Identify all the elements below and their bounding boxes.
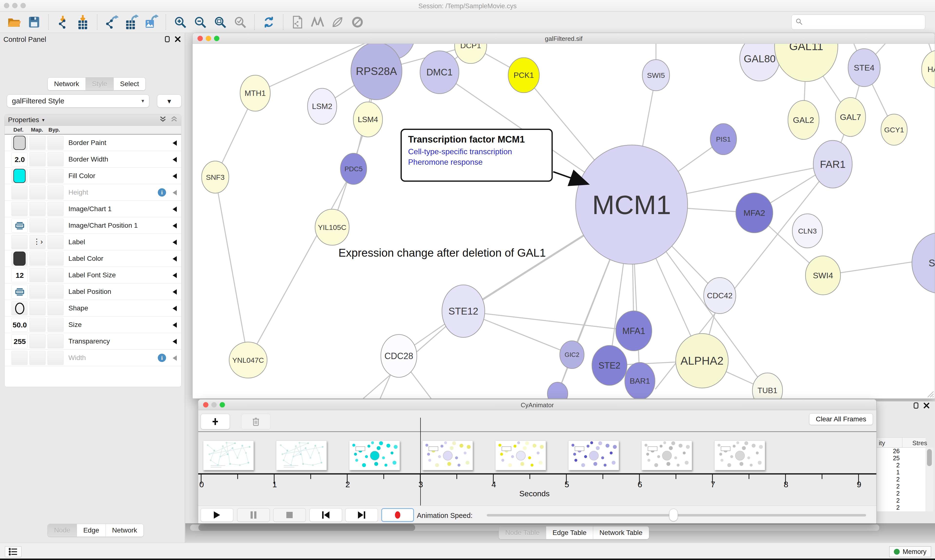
color-swatch[interactable] [13,169,26,183]
annotation-link-1[interactable]: Cell-type-specific transcription [408,147,545,156]
timeline-frame-3[interactable] [422,440,473,470]
binoculars-icon[interactable] [311,15,324,29]
bypass-cell[interactable] [48,136,63,150]
skip-end-button[interactable] [345,508,378,522]
speed-slider-knob[interactable] [669,509,678,521]
default-cell[interactable] [11,169,28,183]
network-node-pck1[interactable]: PCK1 [508,58,539,93]
export-network-icon[interactable] [105,15,118,29]
position-icon[interactable] [15,288,25,297]
timeline-frame-2[interactable] [349,440,400,470]
close-panel-icon[interactable] [923,402,930,409]
network-edge[interactable] [215,177,248,360]
network-node-pdc5[interactable]: PDC5 [340,153,367,185]
mapping-cell[interactable] [29,334,46,348]
timeline-frame-4[interactable] [495,440,546,470]
mapping-cell[interactable] [29,268,46,282]
mapping-cell[interactable] [29,169,46,183]
network-edge[interactable] [248,169,353,360]
tab-select[interactable]: Select [114,78,145,90]
network-node-dcp1[interactable]: DCP1 [455,44,487,63]
mapping-cell[interactable] [29,285,46,299]
tab-edge[interactable]: Edge [77,524,106,537]
network-node-dmc1[interactable]: DMC1 [420,51,459,94]
record-button[interactable] [381,508,414,522]
expand-arrow-icon[interactable] [173,256,177,262]
property-row-border-width[interactable]: 2.0Border Width [5,151,181,168]
property-row-label-color[interactable]: Label Color [5,250,181,267]
clear-all-frames-button[interactable]: Clear All Frames [809,413,873,425]
collapse-all-icon[interactable] [170,115,178,125]
network-node-slt2[interactable]: SLT2 [912,232,935,293]
mapping-cell[interactable] [29,301,46,315]
default-cell[interactable]: 12 [11,268,28,282]
memory-button[interactable]: Memory [889,546,931,557]
network-node-bar1[interactable]: BAR1 [625,363,655,399]
default-cell[interactable] [11,185,28,200]
network-node-alpha2[interactable]: ALPHA2 [676,334,728,388]
expand-arrow-icon[interactable] [173,322,177,328]
play-button[interactable] [201,508,233,522]
property-row-label-position[interactable]: Label Position [5,283,181,300]
network-node-ste4[interactable]: STE4 [848,49,880,86]
tab-network[interactable]: Network [106,524,143,537]
expand-arrow-icon[interactable] [173,355,177,361]
mapping-cell[interactable] [29,136,46,150]
table-vertical-scrollbar[interactable] [926,448,933,511]
zoom-selected-icon[interactable] [233,15,247,29]
network-node-mcm1[interactable]: MCM1 [576,145,688,264]
default-cell[interactable] [11,235,28,249]
zoom-fit-icon[interactable] [213,15,227,29]
table-row[interactable]: 2 [877,490,926,497]
import-network-icon[interactable] [56,15,69,29]
info-icon[interactable]: i [158,188,166,197]
table-row[interactable]: 2 [877,483,926,490]
resize-grip[interactable] [925,389,934,398]
add-frame-button[interactable] [201,414,230,429]
bypass-cell[interactable] [48,218,63,232]
tab-network-table[interactable]: Network Table [593,526,649,539]
cyanimator-titlebar[interactable]: CyAnimator [198,400,876,410]
network-node-snf3[interactable]: SNF3 [202,161,229,193]
bypass-cell[interactable] [48,152,63,166]
property-row-label[interactable]: ⋮›Label [5,234,181,250]
default-cell[interactable] [11,218,28,232]
expand-arrow-icon[interactable] [173,223,177,228]
network-node-ynl047c[interactable]: YNL047C [229,342,267,378]
timeline[interactable]: 0123456789 Seconds [198,433,876,506]
network-node-gal80[interactable]: GAL80 [740,44,780,81]
float-panel-icon[interactable] [164,36,171,43]
network-node-mth1[interactable]: MTH1 [240,75,270,111]
default-value[interactable]: 12 [12,271,28,280]
network-node-yil105c[interactable]: YIL105C [315,209,349,245]
default-cell[interactable]: 2.0 [11,152,28,166]
table-header-row[interactable]: ity Stres [877,437,926,448]
expand-arrow-icon[interactable] [173,206,177,212]
property-row-size[interactable]: 50.0Size [5,317,181,333]
property-row-height[interactable]: Heighti [5,184,181,201]
default-value[interactable]: 50.0 [12,321,28,329]
network-node-rps28a[interactable]: RPS28A [351,44,402,100]
mapping-cell[interactable] [29,351,46,365]
network-node-cdc42[interactable]: CDC42 [704,278,736,314]
skip-start-button[interactable] [310,508,342,522]
position-icon[interactable] [15,222,25,231]
network-node-lsm4[interactable]: LSM4 [353,102,383,137]
network-node-mfa1[interactable]: MFA1 [616,311,652,351]
timeline-frame-6[interactable] [641,440,692,470]
default-cell[interactable] [11,252,28,266]
mapping-cell[interactable] [29,185,46,200]
network-node-ste2[interactable]: STE2 [592,345,627,385]
search-input[interactable] [806,18,921,26]
bypass-cell[interactable] [48,202,63,216]
delete-frame-button[interactable] [241,414,270,429]
mapping-cell[interactable] [29,202,46,216]
export-table-icon[interactable] [125,15,138,29]
expand-arrow-icon[interactable] [173,306,177,311]
scrollbar-thumb[interactable] [199,525,415,531]
column-header-centrality[interactable]: ity [879,439,885,447]
default-cell[interactable] [11,136,28,150]
tab-node[interactable]: Node [48,524,77,537]
expand-arrow-icon[interactable] [173,273,177,278]
bypass-cell[interactable] [48,351,63,365]
